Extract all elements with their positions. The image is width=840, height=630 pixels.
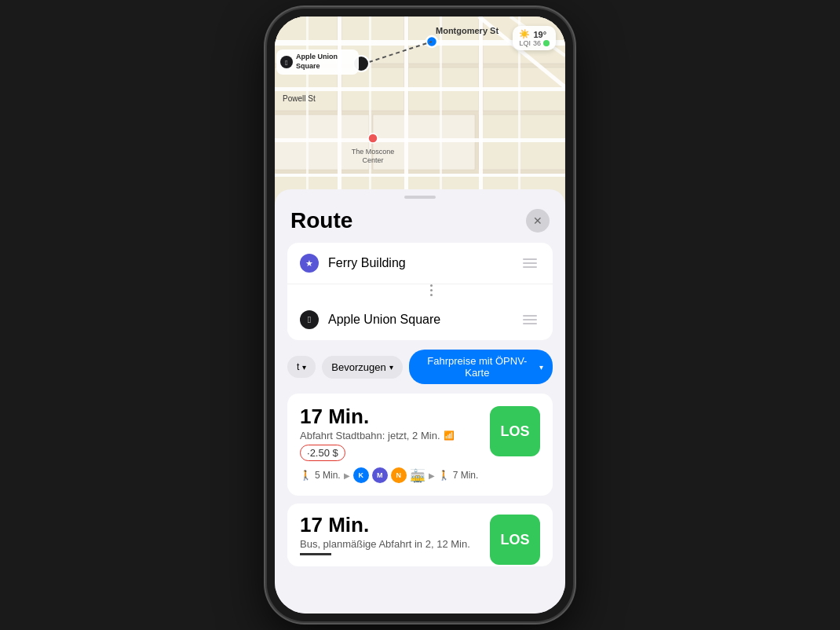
location-icon-star: ★ bbox=[300, 254, 319, 273]
route-time-2: 17 Min. bbox=[300, 515, 480, 535]
svg-text:Powell St: Powell St bbox=[283, 94, 316, 103]
filter-btn-sort[interactable]: t ▾ bbox=[287, 356, 316, 378]
walk-start-label: 5 Min. bbox=[315, 470, 341, 481]
location-row-ferry[interactable]: ★ Ferry Building bbox=[287, 243, 553, 284]
chevron-sort: ▾ bbox=[302, 363, 306, 372]
svg-text:Center: Center bbox=[362, 156, 383, 164]
wifi-icon: 📶 bbox=[444, 430, 455, 441]
bottom-sheet: Route ✕ ★ Ferry Building bbox=[275, 189, 565, 614]
arrow-2: ▶ bbox=[429, 471, 435, 480]
map-area[interactable]: Montgomery St Powell St The Moscone Cent… bbox=[275, 16, 565, 205]
filter-btn-prefer[interactable]: Bevorzugen ▾ bbox=[322, 356, 402, 379]
phone-screen: Montgomery St Powell St The Moscone Cent… bbox=[275, 16, 565, 614]
chevron-ticket: ▾ bbox=[539, 363, 543, 372]
close-button[interactable]: ✕ bbox=[526, 209, 550, 233]
location-name-ferry: Ferry Building bbox=[328, 256, 510, 270]
svg-rect-20 bbox=[306, 16, 309, 205]
badge-n: N bbox=[391, 467, 407, 483]
svg-rect-16 bbox=[275, 174, 565, 177]
phone-frame: Montgomery St Powell St The Moscone Cent… bbox=[267, 9, 573, 621]
route-card-1: 17 Min. Abfahrt Stadtbahn: jetzt, 2 Min.… bbox=[287, 394, 553, 496]
tram-icon: 🚋 bbox=[410, 468, 425, 483]
svg-rect-14 bbox=[275, 87, 565, 91]
route-info-2: 17 Min. Bus, planmäßige Abfahrt in 2, 12… bbox=[300, 515, 480, 555]
route-steps-1: 🚶 5 Min. ▶ K M N 🚋 ▶ 🚶 7 Min. bbox=[300, 467, 480, 483]
svg-rect-18 bbox=[404, 16, 408, 205]
filter-row: t ▾ Bevorzugen ▾ Fahrpreise mit ÖPNV-Kar… bbox=[275, 350, 565, 394]
filter-btn-ticket[interactable]: Fahrpreise mit ÖPNV-Karte ▾ bbox=[409, 350, 553, 384]
svg-rect-15 bbox=[275, 138, 565, 142]
svg-rect-21 bbox=[369, 16, 371, 205]
walk-end-label: 7 Min. bbox=[453, 470, 479, 481]
weather-widget: ☀️ 19° LQI 36 bbox=[513, 26, 556, 50]
route-subtitle-2: Bus, planmäßige Abfahrt in 2, 12 Min. bbox=[300, 538, 480, 550]
go-button-2[interactable]: LOS bbox=[490, 515, 540, 565]
route-subtitle-1: Abfahrt Stadtbahn: jetzt, 2 Min. 📶 bbox=[300, 430, 480, 441]
route-card-2: 17 Min. Bus, planmäßige Abfahrt in 2, 12… bbox=[287, 504, 553, 566]
walk-end-icon: 🚶 bbox=[438, 470, 450, 481]
svg-text:Square: Square bbox=[296, 62, 320, 70]
dots-connector bbox=[287, 284, 553, 299]
locations-card: ★ Ferry Building  Apple Union Square bbox=[287, 243, 553, 340]
drag-handle-apple[interactable] bbox=[520, 312, 540, 328]
lqi-dot bbox=[543, 40, 550, 46]
svg-text::  bbox=[285, 59, 287, 67]
filter-btn-sort-label: t bbox=[297, 361, 299, 372]
badge-k: K bbox=[353, 467, 369, 483]
svg-rect-19 bbox=[479, 16, 483, 205]
badge-m: M bbox=[372, 467, 388, 483]
weather-temp: 19° bbox=[533, 30, 546, 39]
chevron-prefer: ▾ bbox=[389, 363, 393, 372]
route-time-1: 17 Min. bbox=[300, 406, 480, 427]
svg-rect-17 bbox=[338, 16, 341, 205]
weather-lqi: LQI 36 bbox=[519, 39, 550, 47]
svg-text:Montgomery St: Montgomery St bbox=[436, 26, 499, 35]
arrow-1: ▶ bbox=[344, 471, 350, 480]
drag-handle-ferry[interactable] bbox=[520, 255, 540, 271]
price-badge: · 2.50 $ bbox=[300, 445, 345, 461]
svg-text:The Moscone: The Moscone bbox=[352, 148, 395, 156]
go-button-1[interactable]: LOS bbox=[490, 406, 540, 456]
sheet-title: Route bbox=[290, 208, 352, 233]
location-icon-apple:  bbox=[300, 310, 319, 329]
svg-rect-22 bbox=[440, 16, 442, 205]
divider-line bbox=[300, 553, 331, 555]
svg-point-33 bbox=[368, 134, 378, 143]
route-info-1: 17 Min. Abfahrt Stadtbahn: jetzt, 2 Min.… bbox=[300, 406, 480, 483]
sheet-header: Route ✕ bbox=[275, 199, 565, 240]
location-row-apple[interactable]:  Apple Union Square bbox=[287, 299, 553, 340]
location-name-apple: Apple Union Square bbox=[328, 313, 510, 327]
weather-icon: ☀️ bbox=[519, 29, 530, 39]
walk-start-icon: 🚶 bbox=[300, 470, 312, 481]
svg-text:Apple Union: Apple Union bbox=[296, 53, 338, 60]
